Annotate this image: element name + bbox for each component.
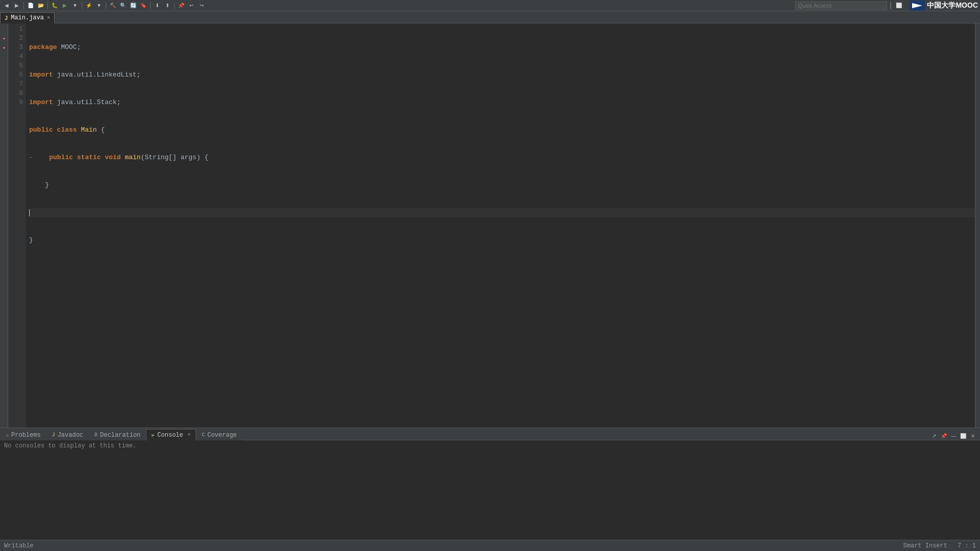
editor-tab-bar: J Main.java ✕: [0, 11, 980, 23]
method-params: (: [141, 153, 145, 162]
keyword-class: class: [57, 126, 81, 134]
line-num-3: 3: [8, 43, 23, 52]
tab-main-java[interactable]: J Main.java ✕: [0, 12, 55, 23]
bottom-panel: ⚠ Problems J Javadoc D Declaration ▶ Con…: [0, 428, 980, 540]
type-string: String: [145, 153, 169, 162]
main-toolbar: ◀ ▶ 📄 📂 🐛 ▶ ▼ ⚡ ▼ 🔨 🔍 🔄 🔖 ⬇ ⬆ 📌 ↩ ↪ ⬜ 中国…: [0, 0, 980, 11]
close-bottom-button[interactable]: ✕: [969, 432, 977, 440]
debug-button[interactable]: 🐛: [50, 1, 59, 10]
tab-close-button[interactable]: ✕: [47, 15, 50, 20]
back-button[interactable]: ◀: [2, 1, 11, 10]
pin-console-button[interactable]: 📌: [940, 432, 948, 440]
tab-javadoc[interactable]: J Javadoc: [46, 429, 89, 440]
tab-declaration[interactable]: D Declaration: [89, 429, 146, 440]
code-line-6: }: [29, 181, 975, 190]
tab-coverage-label: Coverage: [207, 432, 237, 439]
margin-line-8: [0, 89, 8, 98]
mooc-logo-text: 中国大学MOOC: [927, 1, 978, 10]
code-line-8: }: [29, 236, 975, 245]
pin-button[interactable]: 📌: [177, 1, 186, 10]
fwd2-button[interactable]: ↪: [197, 1, 206, 10]
closing-brace-method: }: [29, 181, 49, 189]
mooc-logo-icon: [910, 1, 925, 11]
run-config-button[interactable]: ▼: [70, 1, 80, 10]
line-num-1: 1: [8, 24, 23, 34]
line-numbers: 1 2 3 4 5 6 7 8 9: [8, 23, 26, 428]
no-console-message: No consoles to display at this time.: [4, 442, 136, 449]
separator-2: [47, 2, 48, 9]
text-cursor: [29, 209, 30, 216]
code-editor[interactable]: package MOOC; import java.util.LinkedLis…: [26, 23, 975, 428]
refresh-button[interactable]: 🔄: [129, 1, 138, 10]
bookmark-button[interactable]: 🔖: [139, 1, 148, 10]
method-name: main: [125, 153, 140, 162]
keyword-static: static: [77, 153, 105, 162]
cursor-position: 7 : 1: [958, 542, 976, 549]
code-line-7[interactable]: [29, 208, 975, 217]
tab-coverage[interactable]: C Coverage: [196, 429, 242, 440]
keyword-import-2: import: [29, 98, 57, 106]
javadoc-icon: J: [52, 432, 55, 438]
maximize-button[interactable]: ⬜: [894, 1, 903, 10]
left-margin: ● ●: [0, 23, 8, 428]
declaration-icon: D: [94, 432, 97, 438]
keyword-void: void: [105, 153, 125, 162]
closing-brace-class: }: [29, 236, 33, 244]
quick-access-input[interactable]: [795, 2, 887, 10]
tab-javadoc-label: Javadoc: [58, 432, 83, 439]
forward-button[interactable]: ▶: [12, 1, 21, 10]
line-num-9: 9: [8, 98, 23, 107]
java-file-icon: J: [5, 15, 8, 21]
coverage-icon: C: [202, 432, 205, 438]
code-line-4: public class Main {: [29, 126, 975, 135]
back2-button[interactable]: ↩: [187, 1, 196, 10]
prev-annotation-button[interactable]: ⬆: [163, 1, 172, 10]
code-line-2: import java.util.LinkedList;: [29, 70, 975, 80]
mooc-logo: 中国大学MOOC: [910, 1, 978, 11]
keyword-public-1: public: [29, 126, 57, 134]
smart-insert-status: Smart Insert: [903, 542, 947, 549]
line-num-5: 5: [8, 61, 23, 70]
maximize-bottom-button[interactable]: ⬜: [959, 432, 967, 440]
code-line-5: – public static void main(String[] args)…: [29, 153, 975, 162]
build-button[interactable]: 🔨: [108, 1, 117, 10]
line-num-8: 8: [8, 89, 23, 98]
separator-3: [82, 2, 82, 9]
class-name: Main: [81, 126, 101, 134]
bottom-panel-toolbar-right: ↗ 📌 — ⬜ ✕: [930, 432, 980, 440]
code-text: MOOC;: [61, 43, 81, 51]
line-num-6: 6: [8, 70, 23, 80]
minimize-bottom-button[interactable]: —: [949, 432, 958, 440]
main-layout: ● ● 1 2 3 4 5 6 7 8 9 package MOOC; impo…: [0, 23, 980, 540]
open-button[interactable]: 📂: [36, 1, 45, 10]
console-tab-close[interactable]: ✕: [188, 433, 190, 437]
open-console-button[interactable]: ↗: [930, 432, 938, 440]
run-button[interactable]: ▶: [60, 1, 69, 10]
status-right: Smart Insert 7 : 1: [903, 542, 976, 549]
quick-access-area: [795, 2, 887, 10]
margin-line-2: ●: [0, 34, 8, 43]
tab-label: Main.java: [11, 14, 44, 21]
writable-status: Writable: [4, 542, 34, 549]
tab-console-label: Console: [157, 432, 183, 439]
tab-problems-label: Problems: [11, 432, 41, 439]
tab-problems[interactable]: ⚠ Problems: [0, 429, 46, 440]
tab-console[interactable]: ▶ Console ✕: [146, 429, 196, 440]
new-file-button[interactable]: 📄: [26, 1, 35, 10]
margin-line-1: [0, 24, 8, 34]
coverage-config-button[interactable]: ▼: [94, 1, 104, 10]
code-line-1: package MOOC;: [29, 43, 975, 52]
status-bar: Writable Smart Insert 7 : 1: [0, 540, 980, 551]
coverage-button[interactable]: ⚡: [84, 1, 93, 10]
line-num-2: 2: [8, 34, 23, 43]
margin-line-3: ●: [0, 43, 8, 52]
separator-1: [23, 2, 24, 9]
separator-7: [890, 2, 891, 9]
brace-open: {: [101, 126, 105, 134]
next-annotation-button[interactable]: ⬇: [153, 1, 162, 10]
keyword-public-2: public: [33, 153, 77, 162]
tab-declaration-label: Declaration: [100, 432, 140, 439]
search-button[interactable]: 🔍: [118, 1, 128, 10]
vertical-scrollbar[interactable]: [975, 23, 980, 428]
margin-line-5: [0, 61, 8, 70]
